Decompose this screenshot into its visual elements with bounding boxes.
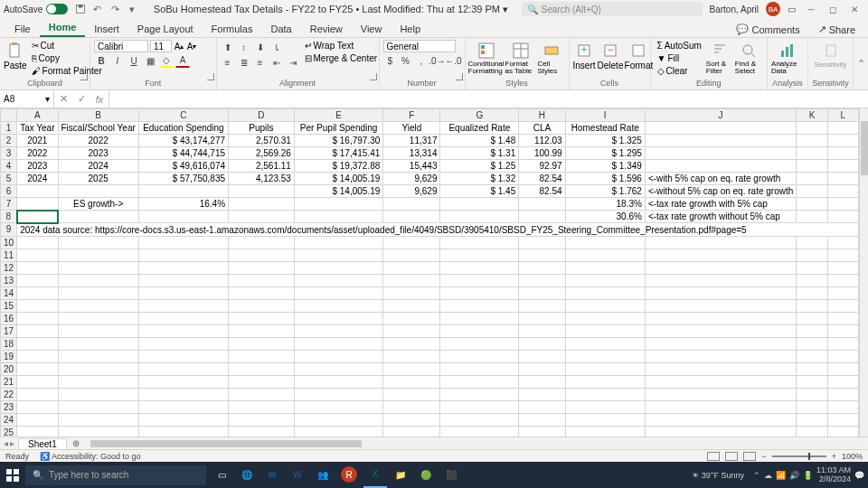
avatar[interactable]: BA (766, 2, 780, 16)
clock[interactable]: 11:03 AM 2/8/2024 (816, 466, 851, 484)
row-header[interactable]: 23 (1, 400, 17, 413)
cell[interactable] (519, 211, 565, 223)
comma-format-icon[interactable]: , (414, 53, 428, 68)
cell[interactable]: 2022 (17, 147, 58, 160)
cell[interactable] (17, 400, 58, 413)
cell[interactable] (383, 299, 440, 312)
cell[interactable] (229, 261, 295, 274)
cell[interactable] (565, 426, 645, 436)
cell[interactable] (229, 236, 295, 249)
cell[interactable] (383, 350, 440, 362)
minimize-button[interactable]: ─ (801, 2, 821, 16)
cell[interactable] (229, 426, 295, 436)
cell[interactable] (519, 400, 565, 413)
cell[interactable] (229, 388, 295, 400)
bold-button[interactable]: B (94, 53, 108, 68)
cell[interactable]: $ 1.295 (565, 147, 645, 160)
cell[interactable] (138, 400, 228, 413)
cell[interactable] (645, 286, 796, 299)
cell[interactable] (645, 135, 796, 147)
row-header[interactable]: 5 (1, 173, 17, 185)
cell[interactable] (565, 350, 645, 362)
row-header[interactable]: 22 (1, 388, 17, 400)
cell[interactable] (294, 274, 382, 286)
font-size-select[interactable] (150, 40, 172, 52)
cell[interactable] (827, 312, 858, 324)
formula-input[interactable] (109, 90, 868, 108)
tab-data[interactable]: Data (261, 21, 300, 37)
cell[interactable] (797, 211, 827, 223)
cell[interactable] (138, 211, 228, 223)
row-header[interactable]: 17 (1, 324, 17, 337)
col-header[interactable]: E (294, 109, 382, 122)
cell[interactable] (17, 261, 58, 274)
cell[interactable] (827, 198, 858, 211)
accounting-format-icon[interactable]: $ (383, 53, 397, 68)
vertical-scrollbar[interactable] (859, 108, 868, 436)
cell[interactable] (383, 211, 440, 223)
search-input[interactable]: 🔍 Search (Alt+Q) (522, 2, 703, 16)
restore-button[interactable]: ◻ (823, 2, 843, 16)
sheet-tab[interactable]: Sheet1 (18, 438, 67, 449)
cell[interactable] (58, 362, 138, 375)
row-header[interactable]: 13 (1, 274, 17, 286)
cell[interactable] (383, 388, 440, 400)
page-break-view-icon[interactable] (743, 452, 756, 461)
cell[interactable]: $ 43,174,277 (138, 135, 228, 147)
cell[interactable] (797, 286, 827, 299)
cell[interactable] (797, 160, 827, 173)
cell[interactable]: 4,123.53 (229, 173, 295, 185)
cell[interactable] (138, 312, 228, 324)
cell[interactable] (383, 426, 440, 436)
scroll-thumb[interactable] (90, 440, 362, 447)
autosum-button[interactable]: ΣAutoSum (655, 40, 704, 52)
edge-icon[interactable]: 🌐 (235, 462, 259, 488)
cell[interactable] (797, 198, 827, 211)
ribbon-display-icon[interactable]: ▭ (788, 5, 796, 14)
cell[interactable] (294, 312, 382, 324)
cell[interactable] (440, 312, 519, 324)
increase-indent-icon[interactable]: ⇥ (286, 55, 300, 70)
cell[interactable] (565, 286, 645, 299)
cell[interactable] (565, 413, 645, 426)
cell[interactable] (519, 350, 565, 362)
cell[interactable]: 18.3% (565, 198, 645, 211)
cell[interactable] (645, 122, 796, 135)
align-right-icon[interactable]: ≡ (253, 55, 268, 70)
row-header[interactable]: 25 (1, 426, 17, 436)
horizontal-scrollbar[interactable] (90, 440, 863, 447)
cell[interactable] (440, 337, 519, 350)
cell[interactable] (17, 413, 58, 426)
cell[interactable] (17, 249, 58, 261)
cell[interactable] (58, 388, 138, 400)
cell[interactable] (229, 274, 295, 286)
tray-chevron-icon[interactable]: ⌃ (753, 471, 760, 480)
cell[interactable] (645, 299, 796, 312)
cell[interactable] (827, 274, 858, 286)
cell[interactable] (827, 286, 858, 299)
cell[interactable]: 82.54 (519, 173, 565, 185)
cell[interactable]: Education Spending (138, 122, 228, 135)
cell[interactable]: CLA (519, 122, 565, 135)
cell[interactable] (229, 312, 295, 324)
cell[interactable] (645, 324, 796, 337)
clear-button[interactable]: ◇Clear (655, 65, 704, 77)
cell[interactable] (383, 286, 440, 299)
accessibility-status[interactable]: ♿ Accessibility: Good to go (40, 452, 141, 461)
cell[interactable] (294, 249, 382, 261)
cell[interactable] (229, 324, 295, 337)
cell[interactable] (440, 350, 519, 362)
cell[interactable] (383, 400, 440, 413)
task-view-icon[interactable]: ▭ (210, 462, 233, 488)
cell[interactable] (827, 211, 858, 223)
cell[interactable] (58, 211, 138, 223)
cell[interactable] (229, 198, 295, 211)
cell[interactable] (440, 362, 519, 375)
delete-cells-button[interactable]: −Delete (598, 40, 624, 79)
cell[interactable] (440, 413, 519, 426)
cell[interactable] (58, 413, 138, 426)
cell[interactable]: 2023 (58, 147, 138, 160)
col-header[interactable]: G (440, 109, 519, 122)
row-header[interactable]: 7 (1, 198, 17, 211)
cell[interactable] (294, 299, 382, 312)
